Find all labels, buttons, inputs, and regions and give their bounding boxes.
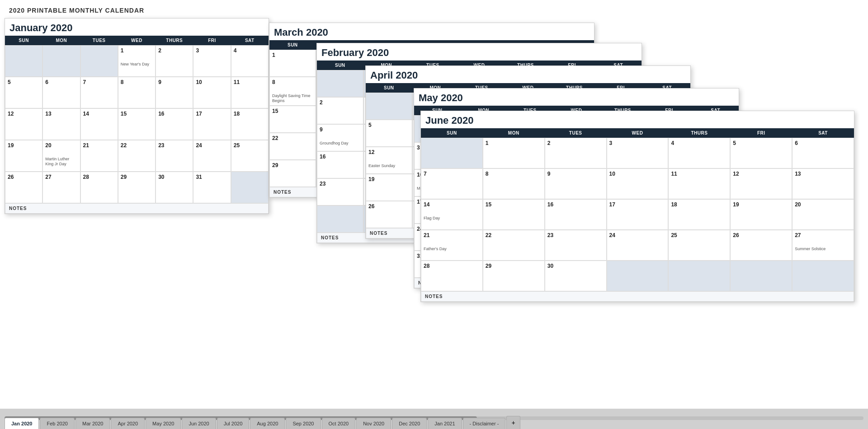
table-row: 22 xyxy=(483,230,545,261)
tab-bar: Jan 2020 Feb 2020 Mar 2020 Apr 2020 May … xyxy=(0,409,868,429)
table-row: 11 xyxy=(231,77,269,108)
table-row xyxy=(317,205,363,233)
table-row: 2 xyxy=(156,45,193,77)
tab-jul-2020[interactable]: Jul 2020 xyxy=(217,418,250,429)
table-row: 9Groundhog Day xyxy=(317,124,363,151)
jun-header: SUN MON TUES WED THURS FRI SAT xyxy=(421,128,854,138)
table-row: 13 xyxy=(792,168,854,199)
tab-dec-2020[interactable]: Dec 2020 xyxy=(392,418,427,429)
table-row: 12 xyxy=(730,168,792,199)
mar-title: March 2020 xyxy=(269,23,594,40)
table-row: 9 xyxy=(156,77,193,108)
tab-nov-2020[interactable]: Nov 2020 xyxy=(356,418,391,429)
tab-apr-2020[interactable]: Apr 2020 xyxy=(111,418,145,429)
table-row: 28 xyxy=(80,172,118,203)
jun-title: June 2020 xyxy=(421,111,854,128)
table-row: 1 xyxy=(269,50,316,77)
table-row: 30 xyxy=(156,172,193,203)
table-row xyxy=(80,45,118,77)
table-row: 5 xyxy=(5,77,42,108)
tab-mar-2020[interactable]: Mar 2020 xyxy=(75,418,110,429)
table-row: 10 xyxy=(607,168,669,199)
table-row: 16 xyxy=(545,199,607,230)
table-row: 17 xyxy=(193,108,231,140)
table-row: 9 xyxy=(545,168,607,199)
apr-title: April 2020 xyxy=(366,66,690,83)
table-row xyxy=(792,261,854,291)
table-row: 31 xyxy=(193,172,231,203)
main-area: 2020 PRINTABLE MONTHLY CALENDAR January … xyxy=(0,0,868,409)
table-row: 14Flag Day xyxy=(421,199,483,230)
table-row xyxy=(668,261,730,291)
jan-hdr-mon: MON xyxy=(42,36,80,45)
table-row: 8Daylight Saving Time Begins xyxy=(269,77,316,106)
table-row: 26 xyxy=(5,172,42,203)
table-row: 18 xyxy=(668,199,730,230)
table-row: 4 xyxy=(231,45,269,77)
table-row: 12 xyxy=(5,108,42,140)
table-row: 29 xyxy=(483,261,545,291)
table-row: 3 xyxy=(193,45,231,77)
tab-oct-2020[interactable]: Oct 2020 xyxy=(322,418,356,429)
table-row: 1 xyxy=(483,138,545,168)
tab-disclaimer[interactable]: - Disclaimer - xyxy=(463,418,506,429)
jan-hdr-sat: SAT xyxy=(231,36,269,45)
table-row: 23 xyxy=(545,230,607,261)
table-row: 11 xyxy=(668,168,730,199)
jun-notes: NOTES xyxy=(421,291,854,302)
table-row: 10 xyxy=(193,77,231,108)
table-row: 23 xyxy=(317,178,363,205)
jan-header: SUN MON TUES WED THURS FRI SAT xyxy=(5,36,269,45)
tab-jan-2020[interactable]: Jan 2020 xyxy=(5,418,39,429)
table-row: 20 xyxy=(792,199,854,230)
table-row: 29 xyxy=(269,160,316,187)
table-row: 3 xyxy=(607,138,669,168)
table-row: 15 xyxy=(118,108,156,140)
table-row: 6 xyxy=(42,77,80,108)
tab-add-button[interactable]: + xyxy=(506,416,520,429)
tab-aug-2020[interactable]: Aug 2020 xyxy=(250,418,285,429)
table-row: 12Easter Sunday xyxy=(366,147,412,174)
table-row: 22 xyxy=(269,133,316,160)
table-row: 14 xyxy=(80,108,118,140)
table-row: 16 xyxy=(317,151,363,178)
table-row: 27Summer Solstice xyxy=(792,230,854,261)
table-row: 5 xyxy=(730,138,792,168)
table-row: 26 xyxy=(730,230,792,261)
table-row: 13 xyxy=(42,108,80,140)
tab-jun-2020[interactable]: Jun 2020 xyxy=(182,418,216,429)
table-row: 18 xyxy=(231,108,269,140)
jan-title: January 2020 xyxy=(5,19,269,36)
table-row: 23 xyxy=(156,140,193,172)
tab-jan-2021[interactable]: Jan 2021 xyxy=(428,418,462,429)
table-row xyxy=(231,172,269,203)
table-row: 21Father's Day xyxy=(421,230,483,261)
table-row: 8 xyxy=(483,168,545,199)
table-row: 19 xyxy=(5,140,42,172)
tab-feb-2020[interactable]: Feb 2020 xyxy=(40,418,74,429)
table-row: 20Martin Luther King Jr Day xyxy=(42,140,80,172)
table-row: 19 xyxy=(366,174,412,201)
table-row: 16 xyxy=(156,108,193,140)
table-row: 22 xyxy=(118,140,156,172)
june-calendar: June 2020 SUN MON TUES WED THURS FRI SAT… xyxy=(420,111,854,302)
table-row xyxy=(421,138,483,168)
table-row: 7 xyxy=(421,168,483,199)
jan-notes: NOTES xyxy=(5,203,269,214)
table-row: 6 xyxy=(792,138,854,168)
table-row xyxy=(607,261,669,291)
page-title: 2020 PRINTABLE MONTHLY CALENDAR xyxy=(9,7,859,14)
table-row: 4 xyxy=(668,138,730,168)
table-row: 5 xyxy=(366,120,412,147)
table-row: 2 xyxy=(545,138,607,168)
tab-sep-2020[interactable]: Sep 2020 xyxy=(286,418,321,429)
tab-may-2020[interactable]: May 2020 xyxy=(146,418,181,429)
table-row: 24 xyxy=(607,230,669,261)
table-row: 26 xyxy=(366,201,412,228)
jan-hdr-thu: THURS xyxy=(156,36,193,45)
table-row: 27 xyxy=(42,172,80,203)
table-row: 17 xyxy=(607,199,669,230)
table-row: 15 xyxy=(269,106,316,133)
table-row: 25 xyxy=(668,230,730,261)
feb-title: February 2020 xyxy=(317,43,642,61)
